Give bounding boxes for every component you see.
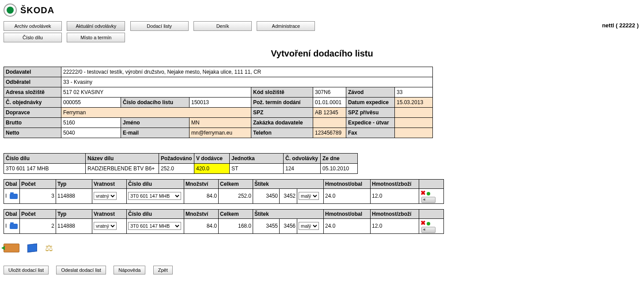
val-dopravce[interactable]: Ferryman [61,108,251,118]
pk-vrat-select[interactable]: vratný [94,192,117,200]
val-adresa: 517 02 KVASINY [61,87,251,98]
nav-misto-termin[interactable]: Místo a termín [67,33,125,42]
pr-cislo: 3T0 601 147 MHB [4,164,86,174]
nav-admin[interactable]: Administrace [257,21,315,31]
header-table: Dodavatel 22222/0 - testovací testík, vý… [4,67,433,138]
pk-st-a[interactable]: 3455 [253,218,280,233]
pk-cislo[interactable]: 3T0 601 147 MHB [127,218,184,233]
ph-vdod: V dodávce [194,154,230,164]
pk-vrat-select[interactable]: vratný [94,222,117,230]
ph-jedn: Jednotka [230,154,284,164]
lbl-tel: Telefon [251,128,313,138]
pk-h-typ: Typ [56,209,92,218]
pack-row: I 2 114888 vratný 3T0 601 147 MHB 84.0 1… [4,218,444,233]
pallet-icon[interactable] [4,244,19,252]
lbl-kodsloz: Kód složiště [251,87,313,98]
val-zakdod[interactable] [313,118,346,128]
val-email[interactable]: mn@ferryman.eu [189,128,251,138]
pk-cislo-select[interactable]: 3T0 601 147 MHB [128,222,181,230]
pr-vdod: 420.0 [194,164,230,174]
lbl-cdl: Číslo dodacího listu [121,98,189,108]
delete-icon[interactable]: ✖ [420,219,426,226]
nav-aktualni[interactable]: Aktuální odvolávky [67,21,125,31]
val-cobj: 000055 [61,98,121,108]
nav-cislo-dilu[interactable]: Číslo dílu [4,33,62,42]
pk-st-b[interactable]: 3456 [280,218,297,233]
pk-typ[interactable]: 114888 [56,189,92,204]
pk-h-actions [419,180,444,189]
pk-pocet[interactable]: 3 [20,189,56,204]
status-dot-icon[interactable] [427,222,430,225]
pk-hobal[interactable]: 24.0 [324,189,371,204]
pk-stitek-select[interactable]: malý [299,222,319,230]
brand-logo [4,4,17,17]
pk-cislo-select[interactable]: 3T0 601 147 MHB [128,192,181,200]
btn-napoveda[interactable]: Nápověda [114,266,145,274]
pk-celk: 252.0 [219,189,253,204]
brand-row: ŠKODA [4,4,640,17]
btn-zpet[interactable]: Zpět [153,266,173,274]
pk-vrat[interactable]: vratný [92,218,127,233]
val-fax[interactable] [395,128,433,138]
pk-hobal[interactable]: 24.0 [324,218,371,233]
lbl-zavod: Závod [346,87,395,98]
nav-archiv[interactable]: Archiv odvolávek [4,21,62,31]
btn-odeslat[interactable]: Odeslat dodací list [56,266,106,274]
pk-cislo[interactable]: 3T0 601 147 MHB [127,189,184,204]
val-netto: 5040 [61,128,121,138]
pack-table-0: Obal Počet Typ Vratnost Číslo dílu Množs… [4,179,444,204]
part-table: Číslo dílu Název dílu Požadováno V dodáv… [4,153,358,174]
toolbar-icons: ⚖ [4,243,640,253]
scale-icon[interactable]: ⚖ [45,243,57,253]
pk-stitek-select[interactable]: malý [299,192,319,200]
btn-ulozit[interactable]: Uložit dodací list [4,266,49,274]
folder-icon[interactable] [10,224,18,229]
pk-hzbozi[interactable]: 12.0 [371,189,419,204]
val-kodsloz: 307N6 [313,87,346,98]
val-exputv[interactable] [395,118,433,128]
pk-typ[interactable]: 114888 [56,218,92,233]
nav-dodaci-listy[interactable]: Dodací listy [130,21,189,31]
val-tel[interactable]: 123456789 [313,128,346,138]
box-icon[interactable] [27,244,37,252]
pk-h-mnoz: Množství [184,209,219,218]
ph-codv: Č. odvolávky [284,154,321,164]
pk-h-hobal: Hmotnost/obal [324,180,371,189]
pk-st-b[interactable]: 3452 [280,189,297,204]
val-spz[interactable]: AB 12345 [313,108,346,118]
pk-mnoz[interactable]: 84.0 [184,218,219,233]
val-jmeno[interactable]: MN [189,118,251,128]
slider-icon[interactable] [421,197,436,203]
pk-mnoz[interactable]: 84.0 [184,189,219,204]
val-datexp[interactable]: 15.03.2013 [395,98,433,108]
slider-icon[interactable] [421,227,436,233]
val-spzp[interactable] [395,108,433,118]
status-dot-icon[interactable] [427,192,430,195]
ph-cislo: Číslo dílu [4,154,86,164]
pack-row: I 3 114888 vratný 3T0 601 147 MHB 84.0 2… [4,189,444,204]
pk-st-sel[interactable]: malý [297,218,324,233]
nav-row-1: Archiv odvolávek Aktuální odvolávky Doda… [4,21,640,31]
pk-obal: I [4,218,20,233]
ph-zedne: Ze dne [321,154,358,164]
nav-denik[interactable]: Deník [193,21,252,31]
ph-pozad: Požadováno [159,154,194,164]
lbl-adresa: Adresa složiště [4,87,61,98]
val-odberatel: 33 - Kvasiny [61,77,433,87]
pk-h-stitek: Štítek [253,180,324,189]
pk-st-a[interactable]: 3450 [253,189,280,204]
pk-st-sel[interactable]: malý [297,189,324,204]
pk-h-obal: Obal [4,209,20,218]
delete-icon[interactable]: ✖ [420,189,426,196]
pk-h-typ: Typ [56,180,92,189]
pk-vrat[interactable]: vratný [92,189,127,204]
action-buttons: Uložit dodací list Odeslat dodací list N… [4,266,640,274]
lbl-spz: SPZ [251,108,313,118]
pk-obal: I [4,189,20,204]
pk-pocet[interactable]: 2 [20,218,56,233]
pr-zedne: 05.10.2010 [321,164,358,174]
pk-h-hobal: Hmotnost/obal [324,209,371,218]
page-title: Vytvoření dodacího listu [4,49,640,59]
pk-hzbozi[interactable]: 12.0 [371,218,419,233]
folder-icon[interactable] [10,194,18,199]
